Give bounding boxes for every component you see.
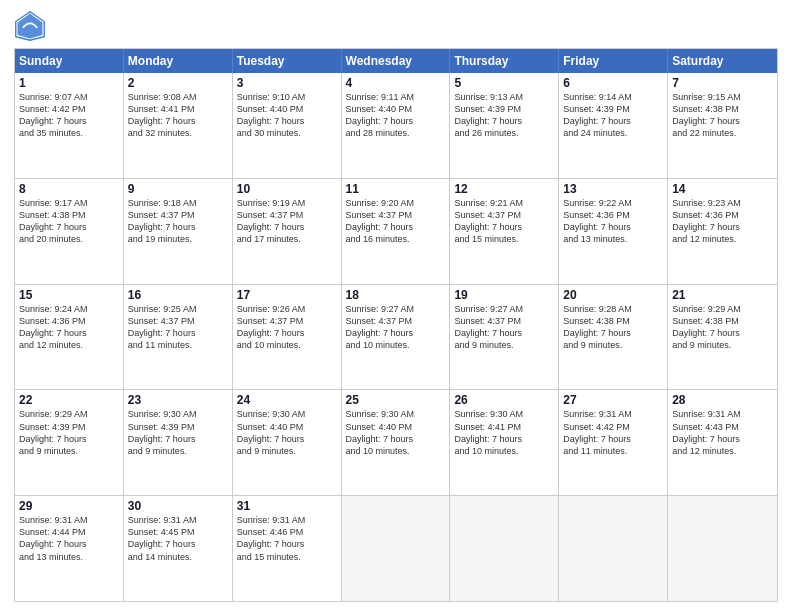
weekday-header-wednesday: Wednesday bbox=[342, 49, 451, 73]
day-number: 10 bbox=[237, 182, 337, 196]
weekday-header-friday: Friday bbox=[559, 49, 668, 73]
weekday-header-thursday: Thursday bbox=[450, 49, 559, 73]
day-number: 22 bbox=[19, 393, 119, 407]
cell-info: Sunrise: 9:13 AMSunset: 4:39 PMDaylight:… bbox=[454, 91, 554, 140]
day-number: 1 bbox=[19, 76, 119, 90]
day-cell-15: 15Sunrise: 9:24 AMSunset: 4:36 PMDayligh… bbox=[15, 285, 124, 390]
day-cell-12: 12Sunrise: 9:21 AMSunset: 4:37 PMDayligh… bbox=[450, 179, 559, 284]
calendar-row-4: 22Sunrise: 9:29 AMSunset: 4:39 PMDayligh… bbox=[15, 389, 777, 495]
cell-info: Sunrise: 9:30 AMSunset: 4:40 PMDaylight:… bbox=[346, 408, 446, 457]
day-number: 21 bbox=[672, 288, 773, 302]
calendar-body: 1Sunrise: 9:07 AMSunset: 4:42 PMDaylight… bbox=[15, 73, 777, 601]
day-cell-23: 23Sunrise: 9:30 AMSunset: 4:39 PMDayligh… bbox=[124, 390, 233, 495]
cell-info: Sunrise: 9:27 AMSunset: 4:37 PMDaylight:… bbox=[346, 303, 446, 352]
cell-info: Sunrise: 9:10 AMSunset: 4:40 PMDaylight:… bbox=[237, 91, 337, 140]
day-number: 3 bbox=[237, 76, 337, 90]
cell-info: Sunrise: 9:30 AMSunset: 4:41 PMDaylight:… bbox=[454, 408, 554, 457]
day-cell-9: 9Sunrise: 9:18 AMSunset: 4:37 PMDaylight… bbox=[124, 179, 233, 284]
cell-info: Sunrise: 9:30 AMSunset: 4:39 PMDaylight:… bbox=[128, 408, 228, 457]
cell-info: Sunrise: 9:26 AMSunset: 4:37 PMDaylight:… bbox=[237, 303, 337, 352]
cell-info: Sunrise: 9:31 AMSunset: 4:43 PMDaylight:… bbox=[672, 408, 773, 457]
day-number: 25 bbox=[346, 393, 446, 407]
page: SundayMondayTuesdayWednesdayThursdayFrid… bbox=[0, 0, 792, 612]
day-cell-25: 25Sunrise: 9:30 AMSunset: 4:40 PMDayligh… bbox=[342, 390, 451, 495]
calendar: SundayMondayTuesdayWednesdayThursdayFrid… bbox=[14, 48, 778, 602]
weekday-header-saturday: Saturday bbox=[668, 49, 777, 73]
cell-info: Sunrise: 9:14 AMSunset: 4:39 PMDaylight:… bbox=[563, 91, 663, 140]
day-number: 9 bbox=[128, 182, 228, 196]
cell-info: Sunrise: 9:31 AMSunset: 4:44 PMDaylight:… bbox=[19, 514, 119, 563]
day-cell-30: 30Sunrise: 9:31 AMSunset: 4:45 PMDayligh… bbox=[124, 496, 233, 601]
day-cell-21: 21Sunrise: 9:29 AMSunset: 4:38 PMDayligh… bbox=[668, 285, 777, 390]
day-cell-18: 18Sunrise: 9:27 AMSunset: 4:37 PMDayligh… bbox=[342, 285, 451, 390]
day-cell-empty-4-5 bbox=[559, 496, 668, 601]
weekday-header-tuesday: Tuesday bbox=[233, 49, 342, 73]
cell-info: Sunrise: 9:31 AMSunset: 4:45 PMDaylight:… bbox=[128, 514, 228, 563]
cell-info: Sunrise: 9:19 AMSunset: 4:37 PMDaylight:… bbox=[237, 197, 337, 246]
day-cell-7: 7Sunrise: 9:15 AMSunset: 4:38 PMDaylight… bbox=[668, 73, 777, 178]
day-cell-16: 16Sunrise: 9:25 AMSunset: 4:37 PMDayligh… bbox=[124, 285, 233, 390]
day-number: 8 bbox=[19, 182, 119, 196]
cell-info: Sunrise: 9:31 AMSunset: 4:46 PMDaylight:… bbox=[237, 514, 337, 563]
cell-info: Sunrise: 9:30 AMSunset: 4:40 PMDaylight:… bbox=[237, 408, 337, 457]
day-number: 15 bbox=[19, 288, 119, 302]
day-number: 6 bbox=[563, 76, 663, 90]
day-cell-8: 8Sunrise: 9:17 AMSunset: 4:38 PMDaylight… bbox=[15, 179, 124, 284]
day-cell-14: 14Sunrise: 9:23 AMSunset: 4:36 PMDayligh… bbox=[668, 179, 777, 284]
cell-info: Sunrise: 9:21 AMSunset: 4:37 PMDaylight:… bbox=[454, 197, 554, 246]
day-number: 20 bbox=[563, 288, 663, 302]
day-number: 14 bbox=[672, 182, 773, 196]
day-number: 11 bbox=[346, 182, 446, 196]
day-cell-26: 26Sunrise: 9:30 AMSunset: 4:41 PMDayligh… bbox=[450, 390, 559, 495]
day-cell-empty-4-4 bbox=[450, 496, 559, 601]
day-number: 30 bbox=[128, 499, 228, 513]
day-number: 4 bbox=[346, 76, 446, 90]
logo-icon bbox=[14, 10, 46, 42]
day-cell-24: 24Sunrise: 9:30 AMSunset: 4:40 PMDayligh… bbox=[233, 390, 342, 495]
cell-info: Sunrise: 9:22 AMSunset: 4:36 PMDaylight:… bbox=[563, 197, 663, 246]
day-cell-28: 28Sunrise: 9:31 AMSunset: 4:43 PMDayligh… bbox=[668, 390, 777, 495]
day-cell-11: 11Sunrise: 9:20 AMSunset: 4:37 PMDayligh… bbox=[342, 179, 451, 284]
day-cell-empty-4-3 bbox=[342, 496, 451, 601]
cell-info: Sunrise: 9:29 AMSunset: 4:39 PMDaylight:… bbox=[19, 408, 119, 457]
day-number: 31 bbox=[237, 499, 337, 513]
cell-info: Sunrise: 9:08 AMSunset: 4:41 PMDaylight:… bbox=[128, 91, 228, 140]
day-cell-19: 19Sunrise: 9:27 AMSunset: 4:37 PMDayligh… bbox=[450, 285, 559, 390]
day-number: 26 bbox=[454, 393, 554, 407]
cell-info: Sunrise: 9:17 AMSunset: 4:38 PMDaylight:… bbox=[19, 197, 119, 246]
day-number: 19 bbox=[454, 288, 554, 302]
day-cell-29: 29Sunrise: 9:31 AMSunset: 4:44 PMDayligh… bbox=[15, 496, 124, 601]
day-cell-5: 5Sunrise: 9:13 AMSunset: 4:39 PMDaylight… bbox=[450, 73, 559, 178]
day-cell-20: 20Sunrise: 9:28 AMSunset: 4:38 PMDayligh… bbox=[559, 285, 668, 390]
day-cell-4: 4Sunrise: 9:11 AMSunset: 4:40 PMDaylight… bbox=[342, 73, 451, 178]
cell-info: Sunrise: 9:28 AMSunset: 4:38 PMDaylight:… bbox=[563, 303, 663, 352]
day-cell-3: 3Sunrise: 9:10 AMSunset: 4:40 PMDaylight… bbox=[233, 73, 342, 178]
cell-info: Sunrise: 9:07 AMSunset: 4:42 PMDaylight:… bbox=[19, 91, 119, 140]
day-number: 7 bbox=[672, 76, 773, 90]
calendar-header: SundayMondayTuesdayWednesdayThursdayFrid… bbox=[15, 49, 777, 73]
cell-info: Sunrise: 9:18 AMSunset: 4:37 PMDaylight:… bbox=[128, 197, 228, 246]
day-number: 18 bbox=[346, 288, 446, 302]
calendar-row-5: 29Sunrise: 9:31 AMSunset: 4:44 PMDayligh… bbox=[15, 495, 777, 601]
cell-info: Sunrise: 9:29 AMSunset: 4:38 PMDaylight:… bbox=[672, 303, 773, 352]
day-number: 17 bbox=[237, 288, 337, 302]
cell-info: Sunrise: 9:20 AMSunset: 4:37 PMDaylight:… bbox=[346, 197, 446, 246]
day-number: 29 bbox=[19, 499, 119, 513]
cell-info: Sunrise: 9:25 AMSunset: 4:37 PMDaylight:… bbox=[128, 303, 228, 352]
day-number: 13 bbox=[563, 182, 663, 196]
day-number: 28 bbox=[672, 393, 773, 407]
calendar-row-2: 8Sunrise: 9:17 AMSunset: 4:38 PMDaylight… bbox=[15, 178, 777, 284]
cell-info: Sunrise: 9:31 AMSunset: 4:42 PMDaylight:… bbox=[563, 408, 663, 457]
cell-info: Sunrise: 9:11 AMSunset: 4:40 PMDaylight:… bbox=[346, 91, 446, 140]
day-number: 16 bbox=[128, 288, 228, 302]
day-cell-22: 22Sunrise: 9:29 AMSunset: 4:39 PMDayligh… bbox=[15, 390, 124, 495]
day-cell-2: 2Sunrise: 9:08 AMSunset: 4:41 PMDaylight… bbox=[124, 73, 233, 178]
calendar-row-3: 15Sunrise: 9:24 AMSunset: 4:36 PMDayligh… bbox=[15, 284, 777, 390]
day-cell-empty-4-6 bbox=[668, 496, 777, 601]
day-cell-31: 31Sunrise: 9:31 AMSunset: 4:46 PMDayligh… bbox=[233, 496, 342, 601]
calendar-row-1: 1Sunrise: 9:07 AMSunset: 4:42 PMDaylight… bbox=[15, 73, 777, 178]
weekday-header-sunday: Sunday bbox=[15, 49, 124, 73]
day-cell-17: 17Sunrise: 9:26 AMSunset: 4:37 PMDayligh… bbox=[233, 285, 342, 390]
day-cell-10: 10Sunrise: 9:19 AMSunset: 4:37 PMDayligh… bbox=[233, 179, 342, 284]
cell-info: Sunrise: 9:15 AMSunset: 4:38 PMDaylight:… bbox=[672, 91, 773, 140]
